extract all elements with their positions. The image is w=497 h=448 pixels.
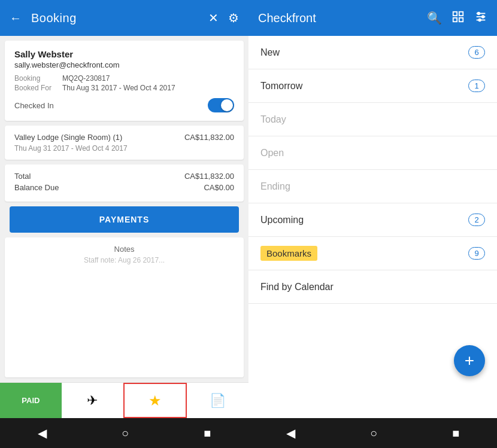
payments-button[interactable]: PAYMENTS — [10, 206, 239, 233]
menu-item-label: Open — [260, 148, 284, 159]
notes-text: Staff note: Aug 26 2017... — [14, 256, 234, 264]
right-header-icons: 🔍 — [427, 10, 487, 26]
right-nav-bar: ◀ ○ ■ — [249, 418, 497, 448]
left-bottom-bar: PAID ✈ ★ 📄 — [0, 382, 249, 418]
total-label: Total — [14, 172, 31, 181]
menu-item-badge: 9 — [468, 247, 485, 260]
star-icon: ★ — [149, 392, 162, 409]
settings-icon[interactable]: ⚙ — [228, 11, 239, 25]
svg-rect-0 — [453, 11, 457, 15]
item-date: Thu Aug 31 2017 - Wed Oct 4 2017 — [14, 144, 128, 153]
booking-id: MQ2Q-230817 — [62, 74, 110, 83]
menu-item-label: Bookmarks — [260, 246, 317, 261]
menu-item[interactable]: Find by Calendar — [249, 270, 497, 304]
svg-rect-1 — [459, 11, 463, 15]
paid-tab[interactable]: PAID — [0, 383, 62, 418]
right-panel: Checkfront 🔍 New6Tomorrow1TodayOpenEndin… — [249, 0, 497, 448]
left-header: ← Booking ✕ ⚙ — [0, 0, 249, 36]
right-container: New6Tomorrow1TodayOpenEndingUpcoming2Boo… — [249, 36, 497, 418]
right-header-title: Checkfront — [258, 11, 427, 25]
left-header-title: Booking — [31, 11, 208, 25]
svg-point-9 — [478, 19, 481, 21]
svg-point-8 — [482, 16, 484, 18]
checked-in-toggle[interactable] — [208, 98, 234, 112]
menu-item-label: Find by Calendar — [260, 282, 334, 292]
booked-for-label: Booked For — [14, 84, 62, 92]
right-nav-square-icon[interactable]: ■ — [452, 426, 459, 440]
right-nav-home-icon[interactable]: ○ — [370, 426, 377, 440]
right-header: Checkfront 🔍 — [249, 0, 497, 36]
filter-icon[interactable] — [474, 10, 487, 26]
left-nav-bar: ◀ ○ ■ — [0, 418, 249, 448]
left-content: Sally Webster sally.webster@checkfront.c… — [0, 36, 249, 382]
scan-icon[interactable] — [451, 10, 465, 26]
totals-card: Total CA$11,832.00 Balance Due CA$0.00 — [5, 164, 244, 202]
booking-row: Booking MQ2Q-230817 — [14, 74, 234, 83]
menu-item-label: Today — [260, 114, 286, 125]
checked-in-row: Checked In — [14, 98, 234, 112]
menu-item[interactable]: Ending — [249, 170, 497, 203]
menu-item-label: New — [260, 47, 280, 58]
doc-icon: 📄 — [210, 393, 226, 409]
item-card: Valley Lodge (Single Room) (1) Thu Aug 3… — [5, 126, 244, 160]
customer-name: Sally Webster — [14, 49, 234, 59]
total-value: CA$11,832.00 — [184, 172, 234, 181]
balance-label: Balance Due — [14, 183, 59, 192]
doc-tab[interactable]: 📄 — [187, 383, 249, 418]
back-icon[interactable]: ← — [10, 11, 22, 25]
fab-button[interactable]: + — [454, 345, 485, 376]
right-nav-back-icon[interactable]: ◀ — [286, 426, 295, 440]
menu-item[interactable]: Today — [249, 103, 497, 136]
item-name: Valley Lodge (Single Room) (1) — [14, 133, 128, 142]
menu-item-label: Ending — [260, 181, 290, 192]
search-icon[interactable]: 🔍 — [427, 11, 442, 25]
item-price: CA$11,832.00 — [184, 133, 234, 142]
left-header-icons: ✕ ⚙ — [208, 11, 239, 25]
send-icon: ✈ — [87, 393, 98, 409]
menu-item[interactable]: Bookmarks9 — [249, 237, 497, 270]
menu-item[interactable]: Upcoming2 — [249, 203, 497, 237]
left-panel: ← Booking ✕ ⚙ Sally Webster sally.webste… — [0, 0, 249, 448]
svg-point-7 — [478, 12, 480, 14]
notes-label: Notes — [14, 245, 234, 254]
booking-label: Booking — [14, 74, 62, 83]
menu-item-badge: 6 — [468, 46, 485, 59]
customer-card: Sally Webster sally.webster@checkfront.c… — [5, 41, 244, 121]
menu-item-badge: 1 — [468, 80, 485, 92]
booked-for-row: Booked For Thu Aug 31 2017 - Wed Oct 4 2… — [14, 84, 234, 92]
paid-label: PAID — [22, 396, 40, 405]
menu-item-label: Tomorrow — [260, 81, 302, 92]
menu-item[interactable]: Open — [249, 136, 497, 170]
nav-square-icon[interactable]: ■ — [204, 426, 211, 440]
menu-item[interactable]: Tomorrow1 — [249, 69, 497, 103]
balance-row: Balance Due CA$0.00 — [14, 183, 234, 192]
checked-in-label: Checked In — [14, 101, 54, 110]
close-icon[interactable]: ✕ — [208, 11, 219, 25]
nav-back-icon[interactable]: ◀ — [38, 426, 47, 440]
total-row: Total CA$11,832.00 — [14, 172, 234, 181]
menu-item-label: Upcoming — [260, 215, 304, 225]
star-tab[interactable]: ★ — [123, 383, 187, 418]
customer-email: sally.webster@checkfront.com — [14, 60, 234, 69]
notes-card: Notes Staff note: Aug 26 2017... — [5, 237, 244, 377]
menu-item-badge: 2 — [468, 214, 485, 226]
menu-item[interactable]: New6 — [249, 36, 497, 69]
svg-rect-2 — [459, 17, 463, 21]
booked-for-value: Thu Aug 31 2017 - Wed Oct 4 2017 — [62, 84, 175, 92]
item-info: Valley Lodge (Single Room) (1) Thu Aug 3… — [14, 133, 128, 153]
send-tab[interactable]: ✈ — [62, 383, 123, 418]
balance-value: CA$0.00 — [204, 183, 234, 192]
nav-home-icon[interactable]: ○ — [122, 426, 129, 440]
svg-rect-3 — [453, 17, 457, 21]
